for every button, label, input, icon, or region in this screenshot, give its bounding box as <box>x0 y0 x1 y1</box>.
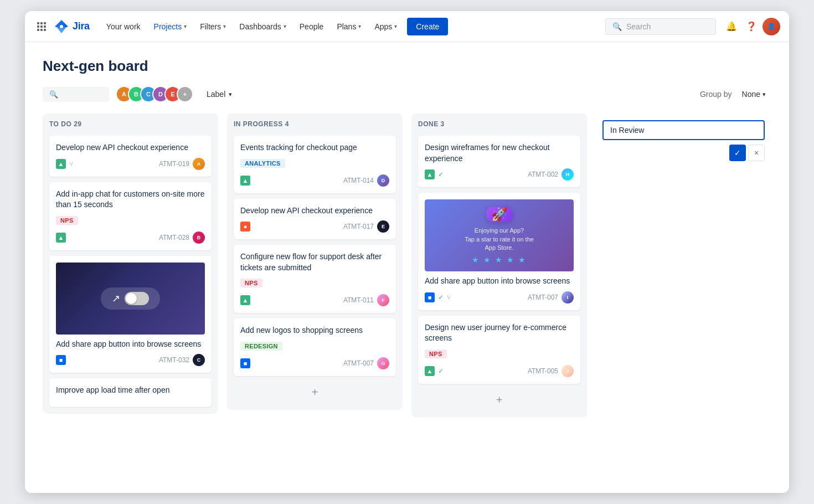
dashboards-chevron: ▾ <box>284 23 286 29</box>
nav-dashboards[interactable]: Dashboards ▾ <box>234 19 292 34</box>
main-content: Next-gen board 🔍 A B C D E + Label ▾ Gro… <box>25 42 789 493</box>
share-toggle-bg: ↗ <box>56 263 205 335</box>
nps-tag-d3: NPS <box>425 349 447 358</box>
card-progress-1-title: Events tracking for checkout page <box>240 142 389 153</box>
card-progress-2-avatar: E <box>377 220 389 233</box>
group-by-chevron: ▾ <box>763 91 766 98</box>
grid-icon[interactable] <box>34 19 49 34</box>
add-card-done-button[interactable]: + <box>418 389 580 411</box>
svg-rect-6 <box>37 29 39 31</box>
search-icon: 🔍 <box>612 22 622 31</box>
label-chevron: ▾ <box>229 91 232 98</box>
card-todo-1-title: Develop new API checkout experience <box>56 142 205 153</box>
in-review-input-container[interactable] <box>602 120 765 140</box>
svg-rect-2 <box>44 22 46 24</box>
share-icon-toggle: ↗ <box>112 292 120 305</box>
card-todo-2-footer: ▲ ATMT-028 B <box>56 232 205 244</box>
card-progress-3-title: Configure new flow for support desk afte… <box>240 251 389 273</box>
card-todo-2[interactable]: Add in-app chat for customers on-site mo… <box>49 182 212 250</box>
label-filter-button[interactable]: Label ▾ <box>200 86 239 102</box>
card-progress-3[interactable]: Configure new flow for support desk afte… <box>234 245 396 313</box>
svg-rect-4 <box>40 25 43 28</box>
card-progress-4-footer: ■ ATMT-007 G <box>240 357 389 369</box>
card-done-2[interactable]: 🚀 Enjoying our App?Tap a star to rate it… <box>418 193 580 310</box>
card-todo-1[interactable]: Develop new API checkout experience ▲ ⑂ … <box>49 136 212 177</box>
column-in-review: ✓ × <box>596 114 771 168</box>
group-by-button[interactable]: None ▾ <box>736 86 771 102</box>
board-search[interactable]: 🔍 <box>43 87 109 102</box>
card-done-3-title: Design new user journey for e-commerce s… <box>425 322 574 344</box>
search-icon-small: 🔍 <box>49 90 58 99</box>
card-done-2-footer: ■ ✓ ⑂ ATMT-007 I <box>425 291 574 304</box>
card-progress-2-footer: ● ATMT-017 E <box>240 220 389 233</box>
card-progress-4-title: Add new logos to shopping screens <box>240 325 389 336</box>
card-todo-3-image: ↗ <box>56 263 205 335</box>
app-rating-text: Enjoying our App?Tap a star to rate it o… <box>465 227 534 252</box>
avatar-more[interactable]: + <box>177 86 193 102</box>
share-toggle: ↗ <box>101 287 160 310</box>
branch-icon-d2: ⑂ <box>447 294 451 301</box>
notifications-icon[interactable]: 🔔 <box>723 18 740 35</box>
nps-tag: NPS <box>56 216 78 225</box>
story-icon: ▲ <box>56 159 66 169</box>
search-bar[interactable]: 🔍 <box>605 18 716 35</box>
card-todo-2-avatar: B <box>193 232 205 244</box>
board-title: Next-gen board <box>43 58 771 75</box>
task-icon: ■ <box>56 355 66 365</box>
card-done-2-avatar: I <box>561 291 574 304</box>
card-todo-3-footer: ■ ATMT-032 C <box>56 354 205 366</box>
in-review-cancel-button[interactable]: × <box>748 145 765 161</box>
card-done-3[interactable]: Design new user journey for e-commerce s… <box>418 316 580 384</box>
card-progress-1[interactable]: Events tracking for checkout page ANALYT… <box>234 136 396 193</box>
create-button[interactable]: Create <box>407 18 448 35</box>
story-icon-p3: ▲ <box>240 295 250 305</box>
in-review-name-input[interactable] <box>610 126 757 135</box>
add-card-progress-button[interactable]: + <box>234 382 396 403</box>
app-icon: 🚀 <box>486 207 513 222</box>
nav-your-work[interactable]: Your work <box>101 19 146 34</box>
board-columns: TO DO 29 Develop new API checkout experi… <box>43 114 771 418</box>
story-icon-d1: ▲ <box>425 169 435 179</box>
bug-icon-p2: ● <box>240 222 250 232</box>
card-progress-4[interactable]: Add new logos to shopping screens REDESI… <box>234 318 396 376</box>
card-todo-2-title: Add in-app chat for customers on-site mo… <box>56 189 205 210</box>
card-todo-4[interactable]: Improve app load time after open <box>49 378 212 407</box>
svg-rect-1 <box>40 22 43 24</box>
column-inprogress: IN PROGRESS 4 Events tracking for checko… <box>227 114 403 410</box>
help-icon[interactable]: ❓ <box>743 18 760 35</box>
card-progress-2[interactable]: Develop new API checkout experience ● AT… <box>234 199 396 240</box>
card-progress-4-avatar: G <box>377 357 389 369</box>
column-done-header: DONE 3 <box>418 120 580 130</box>
column-todo: TO DO 29 Develop new API checkout experi… <box>43 114 218 414</box>
svg-rect-3 <box>37 25 39 28</box>
jira-logo[interactable]: Jira <box>54 19 90 34</box>
nps-tag-p3: NPS <box>240 279 262 287</box>
column-inprogress-header: IN PROGRESS 4 <box>234 120 396 130</box>
board-search-input[interactable] <box>63 90 102 99</box>
nav-filters[interactable]: Filters ▾ <box>194 19 231 34</box>
card-todo-1-avatar: A <box>193 158 205 170</box>
task-icon-p4: ■ <box>240 358 250 368</box>
card-done-1-footer: ▲ ✓ ATMT-002 H <box>425 168 574 181</box>
card-done-1[interactable]: Design wireframes for new checkout exper… <box>418 136 580 187</box>
board-toolbar: 🔍 A B C D E + Label ▾ Group by None ▾ <box>43 86 771 102</box>
app-rating-bg: 🚀 Enjoying our App?Tap a star to rate it… <box>425 199 574 271</box>
nav-projects[interactable]: Projects ▾ <box>148 19 193 34</box>
card-progress-2-title: Develop new API checkout experience <box>240 205 389 217</box>
card-todo-3-title: Add share app button into browse screens <box>56 339 205 350</box>
search-input[interactable] <box>626 22 709 31</box>
nav-plans[interactable]: Plans ▾ <box>331 19 367 34</box>
card-todo-3-avatar: C <box>193 354 205 366</box>
story-icon-d3: ▲ <box>425 366 435 376</box>
in-review-input-wrapper: ✓ × <box>602 120 765 161</box>
card-todo-4-title: Improve app load time after open <box>56 385 205 396</box>
nav-people[interactable]: People <box>294 19 329 34</box>
card-todo-3[interactable]: ↗ Add share app button into browse scree… <box>49 256 212 373</box>
in-review-confirm-button[interactable]: ✓ <box>729 145 746 161</box>
branch-icon: ⑂ <box>69 160 73 168</box>
svg-point-9 <box>60 25 63 28</box>
user-avatar[interactable]: 👤 <box>763 18 780 35</box>
svg-rect-7 <box>40 29 43 31</box>
nav-apps[interactable]: Apps ▾ <box>369 19 403 34</box>
card-todo-1-footer: ▲ ⑂ ATMT-019 A <box>56 158 205 170</box>
